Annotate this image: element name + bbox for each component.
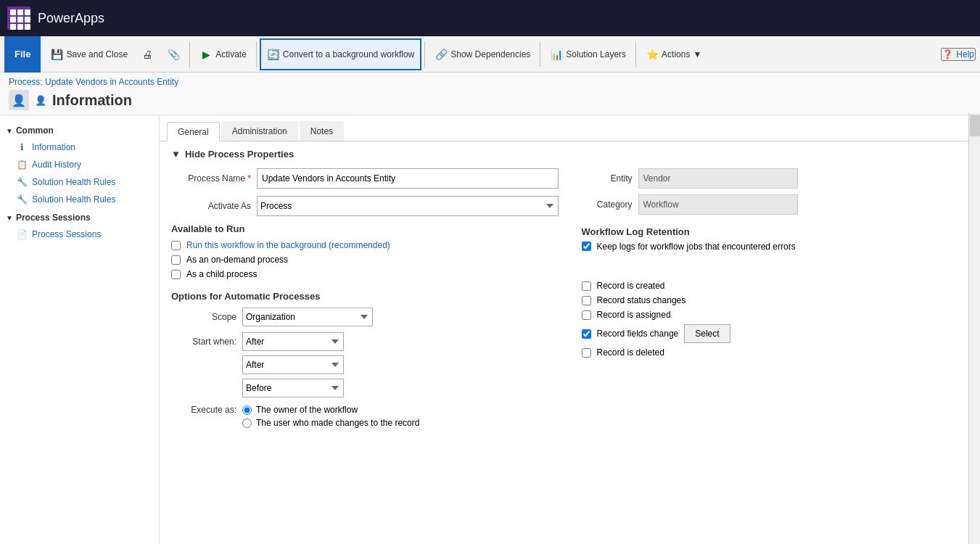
record-fields-label: Record fields change	[597, 329, 679, 339]
execute-user-radio[interactable]	[242, 419, 252, 428]
save-close-icon: 💾	[50, 48, 63, 61]
ribbon: File 💾 Save and Close 🖨 📎 ▶ Activate 🔄 C…	[0, 36, 980, 73]
category-row: Category	[582, 194, 969, 215]
workflow-log-title: Workflow Log Retention	[582, 226, 969, 237]
available-to-run-section: Available to Run Run this workflow in th…	[171, 223, 559, 279]
on-demand-checkbox[interactable]	[171, 255, 181, 265]
execute-owner-radio[interactable]	[242, 405, 252, 415]
options-section: Options for Automatic Processes Scope Or…	[171, 291, 559, 428]
execute-owner-label: The owner of the workflow	[256, 405, 358, 415]
activate-button[interactable]: ▶ Activate	[193, 38, 253, 70]
print-button[interactable]: 🖨	[134, 38, 160, 70]
tab-general[interactable]: General	[167, 122, 220, 141]
dependencies-icon: 🔗	[435, 48, 448, 61]
record-fields-checkbox[interactable]	[582, 329, 591, 339]
on-demand-row: As an on-demand process	[171, 255, 559, 265]
activate-as-label: Activate As	[171, 201, 251, 211]
sidebar-item-solution-health-1[interactable]: 🔧 Solution Health Rules	[0, 173, 159, 191]
run-background-row: Run this workflow in the background (rec…	[171, 240, 559, 250]
show-dependencies-button[interactable]: 🔗 Show Dependencies	[428, 38, 537, 70]
run-background-label: Run this workflow in the background (rec…	[186, 240, 390, 250]
start-when-row-1: Start when: After Before	[171, 332, 559, 351]
file-button[interactable]: File	[4, 36, 41, 73]
ribbon-sep-2	[256, 41, 257, 67]
process-sessions-collapse-arrow: ▼	[6, 214, 13, 222]
keep-logs-label: Keep logs for workflow jobs that encount…	[597, 242, 796, 252]
start-when-select-2[interactable]: After Before	[242, 355, 344, 374]
attach-button[interactable]: 📎	[160, 38, 186, 70]
section-hide-process[interactable]: ▼ Hide Process Properties	[171, 149, 968, 160]
sidebar-section-common[interactable]: ▼ Common	[0, 121, 159, 139]
execute-as-row-1: Execute as: The owner of the workflow	[171, 405, 559, 415]
vertical-scrollbar[interactable]	[968, 113, 980, 544]
page-title-icon: 👤	[9, 90, 29, 110]
print-icon: 🖨	[141, 48, 154, 61]
record-options-section: Record is created Record status changes …	[582, 281, 969, 358]
start-when-select-1[interactable]: After Before	[242, 332, 344, 351]
title-icon-symbol: 👤	[12, 94, 26, 107]
solution-layers-button[interactable]: 📊 Solution Layers	[543, 38, 633, 70]
keep-logs-checkbox[interactable]	[582, 242, 591, 251]
process-name-input[interactable]	[257, 168, 559, 189]
help-icon: ❓	[942, 49, 953, 59]
entity-row: Entity	[582, 168, 969, 189]
page-title-sub-icon: 👤	[35, 95, 46, 106]
sidebar-item-information[interactable]: ℹ Information	[0, 139, 159, 156]
layers-icon: 📊	[550, 48, 563, 61]
record-status-row: Record status changes	[582, 295, 969, 305]
child-process-label: As a child process	[186, 269, 257, 279]
execute-user-option: The user who made changes to the record	[242, 418, 419, 428]
entity-label: Entity	[582, 173, 633, 184]
sidebar-item-solution-health-2[interactable]: 🔧 Solution Health Rules	[0, 191, 159, 208]
scope-select[interactable]: Organization User Business Unit Parent: …	[242, 308, 373, 326]
app-grid-icon[interactable]	[7, 7, 30, 30]
start-when-row-3: After Before	[171, 379, 559, 397]
child-process-row: As a child process	[171, 269, 559, 279]
record-deleted-label: Record is deleted	[597, 347, 664, 358]
category-label: Category	[582, 199, 633, 210]
help-button[interactable]: ❓ Help	[941, 48, 976, 61]
scope-row: Scope Organization User Business Unit Pa…	[171, 308, 559, 326]
ribbon-sep-1	[189, 41, 190, 67]
breadcrumb: Process: Update Vendors in Accounts Enti…	[9, 77, 971, 87]
save-close-button[interactable]: 💾 Save and Close	[44, 38, 134, 70]
scrollbar-thumb[interactable]	[970, 115, 980, 136]
convert-background-button[interactable]: 🔄 Convert to a background workflow	[260, 38, 421, 70]
activate-as-row: Activate As Process Task Flow	[171, 196, 559, 216]
process-sessions-icon: 📄	[16, 228, 28, 240]
ribbon-sep-4	[540, 41, 540, 67]
form-content: ▼ Hide Process Properties Process Name *	[160, 141, 980, 447]
run-background-checkbox[interactable]	[171, 241, 181, 250]
process-name-row: Process Name *	[171, 168, 559, 189]
child-process-checkbox[interactable]	[171, 270, 181, 279]
convert-icon: 🔄	[267, 48, 280, 61]
record-deleted-checkbox[interactable]	[582, 348, 591, 358]
tab-notes[interactable]: Notes	[300, 121, 344, 141]
ribbon-sep-5	[635, 41, 636, 67]
audit-icon: 📋	[16, 159, 28, 170]
record-created-checkbox[interactable]	[582, 281, 591, 291]
page-header: Process: Update Vendors in Accounts Enti…	[0, 73, 980, 115]
record-status-checkbox[interactable]	[582, 296, 591, 305]
main-layout: ▼ Common ℹ Information 📋 Audit History 🔧…	[0, 115, 980, 544]
record-assigned-checkbox[interactable]	[582, 310, 591, 320]
ribbon-sep-3	[424, 41, 425, 67]
actions-button[interactable]: ⭐ Actions ▼	[639, 38, 708, 70]
sidebar-section-process-sessions[interactable]: ▼ Process Sessions	[0, 208, 159, 226]
app-title: PowerApps	[38, 11, 104, 26]
category-input	[638, 194, 798, 215]
execute-as-row-2: The user who made changes to the record	[171, 418, 559, 428]
content-area: General Administration Notes ▼ Hide Proc…	[160, 115, 980, 544]
form-left-col: Process Name * Activate As Process Task …	[171, 168, 559, 440]
start-when-select-3[interactable]: After Before	[242, 379, 344, 397]
activate-as-select[interactable]: Process Task Flow	[257, 196, 559, 216]
keep-logs-row: Keep logs for workflow jobs that encount…	[582, 242, 969, 252]
select-fields-button[interactable]: Select	[684, 324, 730, 343]
sidebar-item-audit-history[interactable]: 📋 Audit History	[0, 156, 159, 173]
common-collapse-arrow: ▼	[6, 127, 13, 135]
breadcrumb-prefix: Process:	[9, 77, 43, 87]
sidebar-item-process-sessions[interactable]: 📄 Process Sessions	[0, 226, 159, 243]
section-collapse-arrow: ▼	[171, 149, 181, 160]
start-when-row-2: After Before	[171, 355, 559, 374]
tab-administration[interactable]: Administration	[221, 121, 298, 141]
